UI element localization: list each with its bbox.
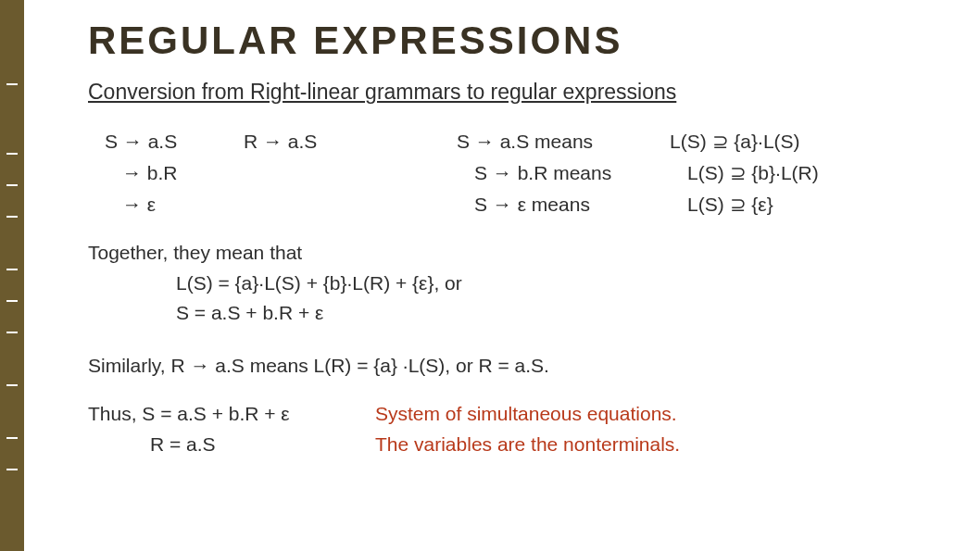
system-text: System of simultaneous equations. The va… (375, 399, 680, 459)
grammar-row: → ε S → ε means L(S) ⊇ {ε} (88, 194, 943, 216)
slide-subtitle: Conversion from Right-linear grammars to… (88, 80, 943, 105)
cell: L(S) ⊇ {b}·L(R) (687, 162, 943, 184)
similarly-text: Similarly, R → a.S means L(R) = {a} ·L(S… (88, 351, 943, 382)
cell: S → ε means (474, 194, 687, 216)
slide-content: REGULAR EXPRESSIONS Conversion from Righ… (88, 19, 943, 459)
equation-line: L(S) = {a}·L(S) + {b}·L(R) + {ε}, or (88, 269, 943, 299)
cell: S → a.S means (457, 131, 670, 153)
cell (261, 194, 474, 216)
system-line: The variables are the nonterminals. (375, 430, 680, 460)
thus-row: Thus, S = a.S + b.R + ε R = a.S System o… (88, 399, 943, 459)
thus-left: Thus, S = a.S + b.R + ε R = a.S (88, 399, 375, 459)
cell: S → b.R means (474, 162, 687, 184)
grammar-row: → b.R S → b.R means L(S) ⊇ {b}·L(R) (88, 162, 943, 184)
slide-title: REGULAR EXPRESSIONS (88, 19, 943, 63)
cell: → b.R (88, 162, 261, 184)
cell: L(S) ⊇ {ε} (687, 194, 943, 216)
left-sidebar (0, 0, 24, 551)
cell: L(S) ⊇ {a}·L(S) (670, 131, 943, 153)
cell (261, 162, 474, 184)
cell: S → a.S (88, 131, 244, 153)
thus-line: R = a.S (88, 430, 375, 460)
thus-line: Thus, S = a.S + b.R + ε (88, 399, 375, 430)
grammar-row: S → a.S R → a.S S → a.S means L(S) ⊇ {a}… (88, 131, 943, 153)
together-text: Together, they mean that (88, 238, 943, 269)
cell: → ε (88, 194, 261, 216)
together-block: Together, they mean that L(S) = {a}·L(S)… (88, 238, 943, 329)
equation-line: S = a.S + b.R + ε (88, 298, 943, 329)
cell: R → a.S (244, 131, 457, 153)
system-line: System of simultaneous equations. (375, 399, 680, 430)
